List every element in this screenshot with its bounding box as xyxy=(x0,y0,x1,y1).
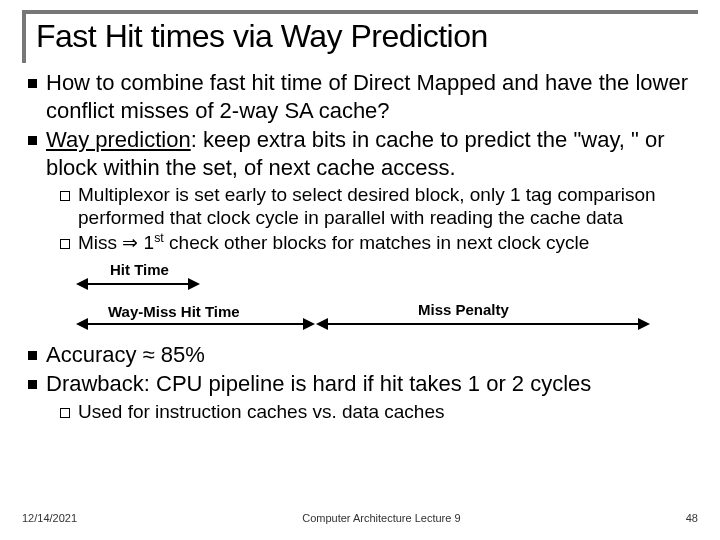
bullet-text: How to combine fast hit time of Direct M… xyxy=(46,70,688,123)
subbullet-multiplexor: Multiplexor is set early to select desir… xyxy=(24,183,698,229)
footer-page: 48 xyxy=(686,512,698,524)
arrow-miss-penalty xyxy=(328,323,638,325)
miss-d: check other blocks for matches in next c… xyxy=(164,233,590,254)
arrow-way-miss xyxy=(88,323,303,325)
arrowhead-right-icon xyxy=(303,318,315,330)
wp-term: Way prediction xyxy=(46,127,191,152)
footer: 12/14/2021 Computer Architecture Lecture… xyxy=(0,512,720,524)
footer-date: 12/14/2021 xyxy=(22,512,77,524)
slide-title: Fast Hit times via Way Prediction xyxy=(36,18,698,55)
arrow-hit-time xyxy=(88,283,188,285)
miss-a: Miss xyxy=(78,233,122,254)
label-way-miss: Way-Miss Hit Time xyxy=(108,303,240,322)
label-hit-time: Hit Time xyxy=(110,261,169,280)
arrowhead-right-icon xyxy=(638,318,650,330)
slide: Fast Hit times via Way Prediction How to… xyxy=(0,0,720,540)
implies-symbol: ⇒ xyxy=(122,233,138,254)
miss-st: st xyxy=(154,231,164,245)
slide-content: How to combine fast hit time of Direct M… xyxy=(22,69,698,423)
bullet-way-prediction: Way prediction: keep extra bits in cache… xyxy=(24,126,698,181)
acc-a: Accuracy xyxy=(46,342,143,367)
arrowhead-left-icon xyxy=(316,318,328,330)
label-miss-penalty: Miss Penalty xyxy=(418,301,509,320)
arrowhead-right-icon xyxy=(188,278,200,290)
arrowhead-left-icon xyxy=(76,278,88,290)
drawback-text: Drawback: CPU pipeline is hard if hit ta… xyxy=(46,371,591,396)
approx-symbol: ≈ xyxy=(143,342,155,367)
timing-diagram: Hit Time Way-Miss Hit Time Miss Penalty xyxy=(78,263,698,335)
bullet-question: How to combine fast hit time of Direct M… xyxy=(24,69,698,124)
acc-b: 85% xyxy=(155,342,205,367)
title-container: Fast Hit times via Way Prediction xyxy=(22,10,698,63)
subbullet-used: Used for instruction caches vs. data cac… xyxy=(24,400,698,423)
used-text: Used for instruction caches vs. data cac… xyxy=(78,401,444,422)
bullet-accuracy: Accuracy ≈ 85% xyxy=(24,341,698,369)
arrowhead-left-icon xyxy=(76,318,88,330)
subbullet-miss: Miss ⇒ 1st check other blocks for matche… xyxy=(24,231,698,255)
footer-center: Computer Architecture Lecture 9 xyxy=(77,512,686,524)
bullet-drawback: Drawback: CPU pipeline is hard if hit ta… xyxy=(24,370,698,398)
miss-b: 1 xyxy=(138,233,154,254)
sub-text: Multiplexor is set early to select desir… xyxy=(78,184,656,228)
